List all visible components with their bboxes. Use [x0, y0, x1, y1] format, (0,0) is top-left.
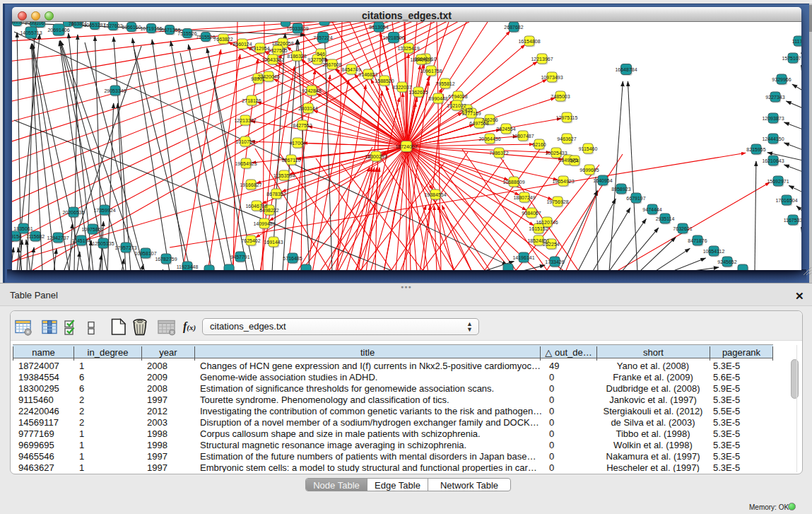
svg-text:12213382: 12213382 — [234, 118, 256, 123]
svg-text:546: 546 — [317, 52, 325, 57]
svg-text:1527602: 1527602 — [103, 23, 122, 28]
svg-text:1640954: 1640954 — [593, 178, 612, 183]
svg-text:9242848: 9242848 — [302, 88, 321, 93]
svg-text:39154: 39154 — [12, 234, 22, 239]
svg-text:16033809: 16033809 — [286, 26, 308, 31]
svg-text:10973493: 10973493 — [541, 75, 563, 80]
svg-text:9084067: 9084067 — [522, 211, 541, 216]
svg-text:9699695: 9699695 — [579, 168, 599, 173]
svg-text:15751074: 15751074 — [782, 56, 801, 61]
svg-text:9463627: 9463627 — [557, 136, 576, 141]
svg-text:18300293: 18300293 — [365, 154, 387, 159]
svg-text:252254: 252254 — [543, 242, 559, 247]
svg-text:9115460: 9115460 — [579, 146, 598, 151]
svg-text:9777169: 9777169 — [461, 111, 481, 116]
svg-text:5498222: 5498222 — [259, 208, 278, 213]
svg-text:8990448: 8990448 — [428, 96, 447, 101]
svg-text:2718126: 2718126 — [242, 98, 261, 103]
svg-text:8813054: 8813054 — [369, 25, 388, 30]
svg-text:9329966: 9329966 — [772, 77, 791, 82]
svg-text:7485003: 7485003 — [551, 94, 570, 99]
svg-text:1010755: 1010755 — [235, 139, 254, 144]
svg-text:7357224: 7357224 — [313, 35, 332, 40]
svg-text:8912954: 8912954 — [250, 46, 269, 51]
svg-text:8471876: 8471876 — [688, 238, 707, 243]
svg-text:9457791: 9457791 — [230, 255, 249, 259]
svg-text:17016504: 17016504 — [775, 198, 797, 203]
svg-text:16648784: 16648784 — [615, 67, 637, 72]
svg-text:6794028: 6794028 — [448, 94, 467, 99]
svg-text:12975115: 12975115 — [556, 115, 578, 120]
svg-text:29053346: 29053346 — [104, 88, 126, 93]
svg-text:8186328: 8186328 — [287, 54, 306, 59]
svg-text:12505135: 12505135 — [92, 241, 114, 246]
svg-text:10975867: 10975867 — [81, 227, 103, 232]
svg-text:964: 964 — [570, 158, 579, 163]
svg-text:16154808: 16154808 — [518, 39, 540, 44]
svg-text:1167533: 1167533 — [784, 218, 801, 223]
svg-text:14099489: 14099489 — [253, 221, 275, 226]
svg-text:6966160: 6966160 — [122, 25, 141, 30]
svg-text:19218506: 19218506 — [382, 35, 404, 40]
svg-text:16782759: 16782759 — [155, 257, 177, 262]
svg-text:8322037: 8322037 — [392, 85, 411, 90]
svg-text:19756928: 19756928 — [546, 199, 568, 204]
svg-text:9245652: 9245652 — [717, 259, 736, 264]
svg-text:9227343: 9227343 — [765, 95, 784, 100]
svg-text:10025433: 10025433 — [545, 151, 567, 156]
svg-text:14055713: 14055713 — [20, 30, 42, 35]
svg-text:62160: 62160 — [532, 142, 546, 147]
svg-text:8215955: 8215955 — [746, 147, 765, 152]
svg-text:19166827: 19166827 — [240, 182, 261, 187]
svg-text:20206535: 20206535 — [62, 210, 84, 215]
svg-text:1835061: 1835061 — [13, 226, 33, 231]
svg-text:7625402: 7625402 — [241, 238, 260, 243]
svg-text:15692971: 15692971 — [767, 179, 789, 184]
svg-text:9327508: 9327508 — [307, 57, 326, 62]
svg-text:10653287: 10653287 — [83, 23, 105, 28]
svg-text:19654923: 19654923 — [235, 161, 257, 166]
svg-text:1691443: 1691443 — [264, 240, 283, 245]
svg-text:2099106: 2099106 — [25, 22, 44, 25]
svg-text:98901: 98901 — [251, 76, 265, 81]
svg-text:3624554: 3624554 — [496, 127, 515, 132]
svg-text:16210643: 16210643 — [762, 158, 784, 163]
svg-text:12942737: 12942737 — [47, 235, 69, 240]
svg-text:7515526: 7515526 — [196, 35, 215, 40]
svg-text:746266: 746266 — [481, 117, 498, 122]
svg-text:1733426: 1733426 — [545, 259, 564, 264]
svg-text:17957273: 17957273 — [114, 245, 136, 250]
svg-text:1615152: 1615152 — [529, 226, 548, 231]
svg-text:10807487: 10807487 — [512, 134, 534, 139]
svg-text:18640910: 18640910 — [410, 57, 432, 62]
svg-text:8454749: 8454749 — [341, 67, 360, 72]
svg-text:12093873: 12093873 — [762, 116, 784, 121]
svg-text:11175: 11175 — [792, 39, 801, 44]
svg-text:1145194: 1145194 — [72, 238, 91, 243]
svg-text:2687682: 2687682 — [504, 25, 523, 30]
svg-text:16120746: 16120746 — [536, 220, 558, 225]
svg-text:1115682: 1115682 — [26, 234, 45, 239]
svg-text:417004: 417004 — [289, 141, 305, 146]
svg-text:12213967: 12213967 — [531, 57, 553, 62]
svg-text:10688609: 10688609 — [502, 180, 524, 185]
svg-text:2367608: 2367608 — [322, 62, 341, 67]
svg-text:7986372: 7986372 — [489, 151, 508, 156]
svg-text:8678352: 8678352 — [266, 192, 286, 197]
svg-text:7955812: 7955812 — [435, 81, 454, 86]
svg-text:5716485: 5716485 — [283, 256, 302, 261]
svg-text:20364436: 20364436 — [478, 136, 500, 141]
svg-text:20691406: 20691406 — [47, 28, 69, 33]
svg-text:13325419: 13325419 — [397, 46, 419, 51]
svg-text:18226058: 18226058 — [271, 41, 293, 46]
svg-text:10958107: 10958107 — [134, 251, 156, 256]
svg-text:8660124: 8660124 — [233, 42, 252, 47]
svg-text:10543382: 10543382 — [261, 57, 283, 62]
svg-text:9146821: 9146821 — [358, 72, 377, 77]
svg-text:19654923: 19654923 — [552, 179, 574, 184]
svg-text:18807249: 18807249 — [513, 195, 535, 200]
svg-text:1588520: 1588520 — [375, 78, 394, 83]
svg-text:11923448: 11923448 — [177, 264, 199, 269]
svg-text:10654112: 10654112 — [703, 249, 725, 254]
svg-text:7632621: 7632621 — [673, 226, 692, 231]
